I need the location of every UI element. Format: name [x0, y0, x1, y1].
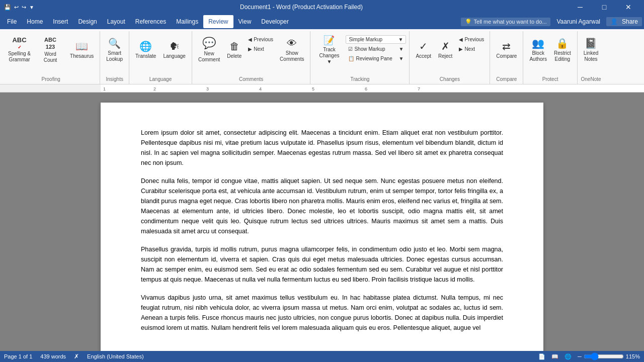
- wordcount-icon: ABC123: [44, 36, 56, 51]
- view-print-icon[interactable]: 📄: [538, 353, 545, 360]
- redo-icon[interactable]: ↪: [22, 4, 26, 11]
- share-label: Share: [622, 18, 638, 25]
- linkednotes-icon: 📓: [585, 37, 597, 49]
- newcomment-icon: 💬: [202, 37, 216, 50]
- smart-lookup-button[interactable]: 🔍 SmartLookup: [103, 33, 126, 66]
- ribbon-group-compare: ⇄ Compare Compare: [490, 31, 523, 84]
- onenote-group-label: OneNote: [578, 76, 604, 82]
- reviewing-pane-button[interactable]: 📋 Reviewing Pane ▼: [346, 54, 406, 63]
- language-status[interactable]: English (United States): [87, 353, 144, 359]
- spelling-grammar-button[interactable]: ABC✓ Spelling &Grammar: [5, 33, 34, 66]
- restrictediting-label: RestrictEditing: [554, 50, 571, 62]
- block-authors-button[interactable]: 👥 BlockAuthors: [526, 33, 549, 66]
- compare-button[interactable]: ⇄ Compare: [493, 33, 520, 66]
- next-comment-label: Next: [254, 46, 264, 52]
- translate-button[interactable]: 🌐 Translate: [132, 33, 159, 66]
- customize-icon[interactable]: ▼: [29, 5, 34, 10]
- linked-notes-button[interactable]: 📓 LinkedNotes: [581, 33, 601, 66]
- svg-text:2: 2: [153, 86, 156, 92]
- ribbon-group-changes: ✓ Accept ✗ Reject ◀ Previous ▶ Next Chan…: [410, 31, 490, 84]
- reject-label: Reject: [438, 53, 452, 59]
- menu-insert[interactable]: Insert: [48, 15, 73, 28]
- status-bar: Page 1 of 1 439 words ✗ English (United …: [0, 351, 644, 362]
- accept-icon: ✓: [419, 40, 428, 52]
- next-comment-button[interactable]: ▶ Next: [246, 45, 276, 53]
- compare-label: Compare: [496, 53, 517, 59]
- menu-design[interactable]: Design: [73, 15, 102, 28]
- zoom-out-button[interactable]: ─: [578, 353, 582, 359]
- tell-me-search[interactable]: 💡 Tell me what you want to do...: [461, 18, 551, 26]
- undo-icon[interactable]: ↩: [14, 4, 19, 11]
- save-icon[interactable]: 💾: [4, 4, 11, 11]
- showmarkup-icon: ☑: [348, 46, 353, 52]
- menu-mailings[interactable]: Mailings: [171, 15, 203, 28]
- show-comments-button[interactable]: 👁 ShowComments: [277, 33, 307, 66]
- zoom-control[interactable]: ─ 115%: [578, 352, 640, 360]
- track-changes-button[interactable]: 📝 TrackChanges ▼: [313, 33, 345, 66]
- language-label: Language: [163, 53, 186, 59]
- delete-comment-button[interactable]: 🗑 Delete: [224, 33, 245, 66]
- page-info: Page 1 of 1: [4, 353, 32, 359]
- blockauthors-label: BlockAuthors: [529, 50, 546, 62]
- view-read-icon[interactable]: 📖: [551, 353, 558, 360]
- menu-references[interactable]: References: [130, 15, 171, 28]
- view-web-icon[interactable]: 🌐: [565, 353, 572, 360]
- paragraph-2[interactable]: Donec nulla felis, tempor id congue vita…: [141, 176, 503, 236]
- tracking-dropdowns: Simple Markup ▼ ☑ Show Markup ▼ 📋 Review…: [346, 33, 406, 63]
- window-icon: 💾 ↩ ↪ ▼: [4, 4, 34, 11]
- minimize-button[interactable]: ─: [569, 0, 592, 14]
- reject-icon: ✗: [441, 40, 450, 52]
- prev-comment-label: Previous: [254, 37, 273, 42]
- next-change-icon: ▶: [459, 46, 463, 52]
- prev-comment-button[interactable]: ◀ Previous: [246, 35, 276, 44]
- menu-review[interactable]: Review: [203, 15, 233, 28]
- paragraph-3[interactable]: Phasellus gravida, turpis id mollis rutr…: [141, 244, 503, 285]
- show-markup-button[interactable]: ☑ Show Markup ▼: [346, 45, 406, 53]
- share-button[interactable]: 👤 Share: [606, 17, 642, 26]
- ribbon-group-protect: 👥 BlockAuthors 🔒 RestrictEditing Protect: [523, 31, 577, 84]
- tracking-group-label: Tracking: [310, 76, 409, 82]
- next-change-button[interactable]: ▶ Next: [456, 45, 487, 53]
- compare-icon: ⇄: [502, 40, 511, 52]
- paragraph-4[interactable]: Vivamus dapibus justo urna, sit amet max…: [141, 293, 503, 333]
- thesaurus-label: Thesaurus: [70, 53, 94, 59]
- paragraph-1[interactable]: Lorem ipsum dolor sit amet, consectetur …: [141, 128, 503, 168]
- proofing-errors-icon[interactable]: ✗: [74, 353, 79, 360]
- restrict-editing-button[interactable]: 🔒 RestrictEditing: [551, 33, 574, 66]
- new-comment-button[interactable]: 💬 NewComment: [195, 33, 223, 66]
- document-area[interactable]: Lorem ipsum dolor sit amet, consectetur …: [0, 93, 644, 351]
- simple-markup-dropdown[interactable]: Simple Markup ▼: [346, 35, 406, 44]
- zoom-level: 115%: [626, 353, 640, 359]
- translate-label: Translate: [135, 53, 156, 59]
- close-button[interactable]: ✕: [617, 0, 640, 14]
- thesaurus-icon: 📖: [75, 40, 88, 52]
- menu-developer[interactable]: Developer: [256, 15, 294, 28]
- user-area[interactable]: Vaaruni Agarwal: [556, 18, 600, 25]
- smartlookup-label: SmartLookup: [106, 50, 123, 62]
- ribbon-group-language: 🌐 Translate 🗣 Language Language: [129, 31, 192, 84]
- compare-group-label: Compare: [490, 76, 523, 82]
- menu-view[interactable]: View: [233, 15, 257, 28]
- word-count-button[interactable]: ABC123 Word Count: [35, 33, 66, 66]
- menu-home[interactable]: Home: [22, 15, 48, 28]
- thesaurus-button[interactable]: 📖 Thesaurus: [67, 33, 97, 66]
- proofing-group-label: Proofing: [2, 76, 100, 82]
- tell-me-text: Tell me what you want to do...: [474, 19, 547, 25]
- maximize-button[interactable]: □: [593, 0, 616, 14]
- document-page[interactable]: Lorem ipsum dolor sit amet, consectetur …: [101, 103, 543, 351]
- reject-button[interactable]: ✗ Reject: [435, 33, 455, 66]
- spelling-icon: ABC✓: [12, 37, 26, 50]
- menu-file[interactable]: File: [2, 15, 22, 28]
- language-button[interactable]: 🗣 Language: [160, 33, 189, 66]
- next-change-label: Next: [464, 46, 475, 52]
- word-count-status: 439 words: [40, 353, 66, 359]
- prev-change-button[interactable]: ◀ Previous: [456, 35, 487, 44]
- accept-button[interactable]: ✓ Accept: [413, 33, 434, 66]
- zoom-slider-input[interactable]: [584, 352, 624, 360]
- next-comment-icon: ▶: [248, 46, 252, 52]
- language-icon: 🗣: [170, 41, 180, 52]
- changes-group-label: Changes: [410, 76, 490, 82]
- translate-icon: 🌐: [139, 40, 152, 52]
- menu-layout[interactable]: Layout: [102, 15, 130, 28]
- comments-group-label: Comments: [192, 76, 310, 82]
